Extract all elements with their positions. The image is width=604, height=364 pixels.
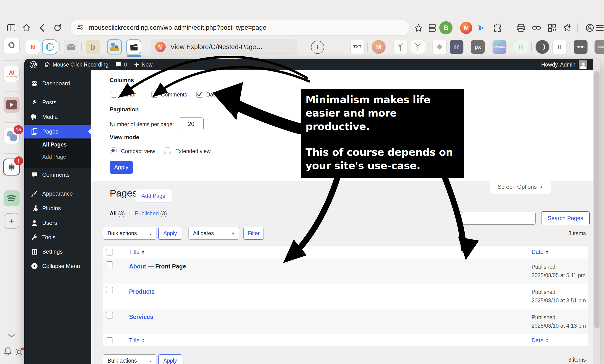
extended-view-label[interactable]: Extended view (175, 148, 211, 154)
admin-avatar[interactable] (579, 60, 587, 69)
date-checkbox[interactable] (196, 91, 203, 98)
home-icon[interactable] (20, 22, 33, 34)
howdy-label[interactable]: Howdy, Admin (541, 62, 576, 68)
pinned-tab-teal-site[interactable] (43, 40, 57, 54)
date-column-footer[interactable]: Date ▲▼ (532, 337, 549, 344)
quick-settings-gear-icon[interactable] (15, 347, 24, 356)
qr-code-icon[interactable] (546, 22, 558, 34)
row-checkbox[interactable] (106, 287, 113, 293)
comments-checkbox-label[interactable]: Comments (161, 91, 187, 98)
dock-contacts[interactable]: 15 (4, 128, 19, 144)
author-checkbox-label[interactable]: Author (120, 91, 136, 98)
submenu-all-pages[interactable]: All Pages (24, 138, 91, 151)
dock-spotify[interactable] (4, 191, 19, 206)
author-checkbox[interactable] (111, 91, 117, 98)
sidebar-item-pages[interactable]: Pages (24, 125, 91, 138)
dock-chatgpt[interactable] (4, 38, 19, 53)
select-all-checkbox[interactable] (106, 337, 113, 344)
new-tab-button[interactable]: + (311, 41, 324, 54)
pinned-tab-txt[interactable]: TXT (351, 40, 364, 54)
sidebar-item-media[interactable]: Media (24, 110, 91, 124)
reload-icon[interactable] (51, 22, 64, 34)
back-icon[interactable] (36, 22, 48, 34)
url-bar[interactable]: mouseclickrecording.com/wp-admin/edit.ph… (71, 20, 409, 35)
bulk-actions-select-bottom[interactable]: Bulk actions ∨ (103, 354, 156, 364)
page-scrollbar[interactable] (593, 59, 601, 364)
pinned-tab-mail[interactable] (64, 40, 78, 54)
sidebar-item-appearance[interactable]: Appearance (24, 187, 91, 201)
admin-bar-comments[interactable]: 0 (115, 62, 127, 68)
mural-extension-icon[interactable]: M (460, 22, 472, 34)
copy-link-icon[interactable] (530, 22, 543, 34)
menu-icon[interactable] (594, 22, 604, 34)
title-column-header[interactable]: Title ▲▼ (129, 249, 145, 255)
pinned-tab-r-purple[interactable]: R (450, 40, 463, 54)
dock-settings-app[interactable]: ! (4, 159, 19, 175)
sidebar-item-posts[interactable]: Posts (24, 96, 91, 109)
sidebar-toggle-icon[interactable] (5, 22, 17, 34)
pinned-tab-sketch-1[interactable] (393, 40, 407, 54)
view-published-link[interactable]: Published (135, 210, 159, 216)
view-all-link[interactable]: All (110, 210, 116, 216)
profile-avatar[interactable]: B (439, 21, 453, 35)
pinned-tab-mouse[interactable] (108, 40, 121, 54)
sidebar-item-users[interactable]: Users (24, 216, 91, 230)
extended-view-radio[interactable] (164, 147, 171, 154)
sidebar-item-settings[interactable]: Settings (24, 245, 91, 259)
wp-logo[interactable] (29, 61, 37, 68)
screen-options-tab[interactable]: Screen Options ▲ (490, 179, 551, 194)
pinned-tab-dark-circle[interactable] (536, 40, 549, 54)
pinned-tab-clapperboard[interactable] (127, 40, 141, 54)
sparkle-star-icon[interactable] (561, 22, 573, 34)
pinned-tab-flippa[interactable]: Flippa (595, 40, 604, 54)
title-column-footer[interactable]: Title ▲▼ (129, 337, 145, 344)
sidebar-item-tools[interactable]: Tools (24, 230, 91, 244)
sidebar-item-collapse[interactable]: Collapse Menu (24, 259, 91, 273)
pinned-tab-sketch-2[interactable] (411, 40, 425, 54)
pinned-tab-pause[interactable]: II (553, 40, 566, 54)
per-page-input[interactable] (179, 117, 204, 130)
add-page-button[interactable]: Add Page (136, 190, 171, 202)
bulk-actions-select[interactable]: Bulk actions ∨ (103, 227, 156, 240)
row-checkbox[interactable] (106, 312, 113, 318)
admin-bar-new[interactable]: New (134, 62, 152, 68)
search-pages-input[interactable] (462, 212, 536, 225)
sidebar-item-comments[interactable]: Comments (24, 168, 91, 182)
pinned-tab-namecheap[interactable]: N (26, 40, 40, 54)
pinned-tab-r-mint[interactable]: R (514, 40, 528, 54)
pinned-tab-stm[interactable]: stm (574, 40, 588, 54)
filter-button[interactable]: Filter (243, 227, 264, 240)
page-link-products[interactable]: Products (129, 288, 154, 295)
extensions-puzzle-icon[interactable] (492, 22, 504, 34)
dock-add-app[interactable]: + (4, 213, 19, 229)
chevron-down-icon[interactable] (8, 334, 15, 338)
dock-youtube[interactable] (4, 97, 19, 113)
comments-checkbox[interactable] (151, 91, 158, 98)
bookmark-star-icon[interactable] (412, 22, 425, 34)
page-link-services[interactable]: Services (129, 314, 153, 320)
screen-options-apply-button[interactable]: Apply (110, 161, 133, 174)
sidebar-item-plugins[interactable]: Plugins (24, 201, 91, 215)
select-all-checkbox[interactable] (106, 249, 113, 255)
tab-stack-icon[interactable] (426, 22, 438, 34)
pinned-tab-m-circle[interactable]: M (372, 40, 386, 54)
compact-view-label[interactable]: Compact view (121, 148, 155, 154)
sidebar-item-dashboard[interactable]: Dashboard (24, 77, 91, 90)
print-icon[interactable] (515, 22, 527, 34)
site-settings-icon[interactable] (77, 24, 84, 32)
bell-icon[interactable] (4, 347, 12, 355)
date-column-header[interactable]: Date ▲▼ (532, 249, 549, 255)
page-link-about[interactable]: About — Front Page (129, 263, 186, 270)
apply-bulk-button-bottom[interactable]: Apply (158, 354, 182, 364)
scrollbar-thumb[interactable] (594, 71, 600, 328)
pinned-tab-diamond[interactable] (433, 40, 446, 54)
apply-bulk-button[interactable]: Apply (158, 227, 182, 240)
admin-bar-site[interactable]: Mouse Click Recording (44, 62, 108, 68)
pinned-tab-b[interactable]: b (86, 40, 100, 54)
all-dates-select[interactable]: All dates ∨ (189, 227, 239, 240)
submenu-add-page[interactable]: Add Page (24, 151, 91, 163)
pinned-tab-px[interactable]: px (471, 40, 485, 54)
compact-view-radio[interactable] (110, 147, 117, 154)
current-tab[interactable]: M View Explore/G/Nested-Page… (151, 39, 297, 55)
date-checkbox-label[interactable]: Date (206, 91, 218, 98)
